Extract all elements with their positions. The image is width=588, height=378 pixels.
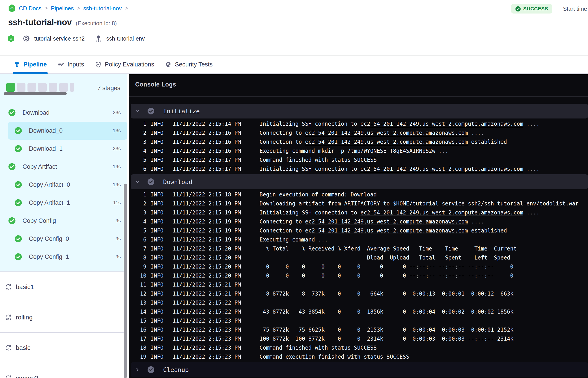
- status-badge: SUCCESS: [511, 4, 552, 14]
- log-line: 3INFO11/11/2022 2:15:19 PMInitializing S…: [129, 208, 588, 217]
- log-text: Connection to: [260, 139, 305, 145]
- log-line-number: 14: [129, 309, 147, 315]
- log-text: Connecting to: [260, 130, 305, 136]
- section-success-icon: [147, 178, 155, 186]
- log-timestamp: 11/11/2022 2:15:16 PM: [173, 148, 241, 154]
- console-body: Initialize1INFO11/11/2022 2:15:14 PMInit…: [129, 97, 588, 377]
- tab-inputs[interactable]: Inputs: [58, 56, 84, 73]
- stage-row-copy-config-0[interactable]: Copy Config_09s: [0, 230, 127, 248]
- log-text: 100 8772k 100 8772k 0 0 2314k 0 0:00:03 …: [260, 336, 513, 342]
- breadcrumb: ∞ CD Docs > Pipelines > ssh-tutorial-nov…: [8, 4, 128, 13]
- log-line: 5INFO11/11/2022 2:15:17 PMCommand finish…: [129, 155, 588, 164]
- tab-pipeline[interactable]: Pipeline: [13, 56, 47, 73]
- stage-row-download-0[interactable]: Download_013s: [8, 122, 127, 140]
- log-line-number: 1: [129, 191, 147, 198]
- log-level: INFO: [150, 157, 165, 163]
- stage-row-copy-config[interactable]: Copy Config9s: [0, 212, 127, 230]
- horizontal-scrollbar[interactable]: [4, 92, 67, 95]
- log-message: Begin execution of command: Download: [260, 191, 377, 198]
- log-message: Initializing SSH connection to ec2-54-20…: [260, 121, 540, 127]
- log-host-link[interactable]: ec2-54-201-142-249.us-west-2.compute.ama…: [305, 130, 468, 136]
- stage-row-copy-artifact-1[interactable]: Copy Artifact_111s: [0, 194, 127, 212]
- tab-security-tests-label: Security Tests: [175, 61, 213, 68]
- tab-policy-evaluations[interactable]: Policy Evaluations: [95, 56, 154, 73]
- log-section-header-download[interactable]: Download: [131, 174, 588, 189]
- log-line: 6INFO11/11/2022 2:15:17 PMInitializing S…: [129, 164, 588, 174]
- log-host-link[interactable]: ec2-54-201-142-249.us-west-2.compute.ama…: [361, 121, 523, 127]
- stage-row-download-1[interactable]: Download_123s: [0, 140, 127, 158]
- tab-security-tests[interactable]: Security Tests: [165, 56, 213, 73]
- log-message: Command finished with status SUCCESS: [260, 345, 377, 351]
- log-host-link[interactable]: ec2-54-201-142-249.us-west-2.compute.ama…: [305, 228, 468, 234]
- chevron-right-icon[interactable]: [135, 367, 140, 372]
- stage-duration: 9s: [116, 218, 121, 224]
- log-line: 8INFO11/11/2022 2:15:20 PM Dload Upload …: [129, 253, 588, 262]
- stage-duration: 19s: [113, 182, 121, 188]
- execution-row-basic1[interactable]: basic1: [0, 272, 127, 302]
- stage-name: Download_0: [29, 127, 63, 134]
- stage-duration: 13s: [113, 128, 121, 134]
- stage-progress-square: [38, 83, 47, 92]
- stage-row-copy-config-1[interactable]: Copy Config_19s: [0, 248, 127, 266]
- svg-text:∞: ∞: [10, 6, 14, 11]
- log-line: 11INFO11/11/2022 2:15:21 PM: [129, 280, 588, 289]
- log-text: Command finished with status SUCCESS: [260, 157, 377, 163]
- log-line-number: 8: [129, 255, 147, 261]
- section-success-icon: [147, 107, 155, 115]
- log-line: 4INFO11/11/2022 2:15:19 PMConnecting to …: [129, 217, 588, 226]
- breadcrumb-separator: >: [76, 5, 80, 11]
- log-line: 1INFO11/11/2022 2:15:18 PMBegin executio…: [129, 190, 588, 199]
- log-host-link[interactable]: ec2-54-201-142-249.us-west-2.compute.ama…: [305, 139, 468, 145]
- inputs-icon: [58, 61, 65, 68]
- log-text: established: [468, 228, 507, 234]
- chevron-down-icon[interactable]: [135, 108, 140, 114]
- log-text: Executing command mkdir -p /tmp/WYQNESE_…: [260, 148, 439, 154]
- log-level: INFO: [150, 291, 165, 297]
- breadcrumb-pipelines[interactable]: Pipelines: [51, 5, 74, 12]
- breadcrumb-pipeline-name[interactable]: ssh-tutorial-nov: [83, 5, 122, 12]
- log-host-link[interactable]: ec2-54-201-142-249.us-west-2.compute.ama…: [305, 218, 468, 225]
- log-level: INFO: [150, 245, 165, 252]
- log-line-number: 17: [129, 336, 147, 342]
- stage-success-icon: [14, 127, 22, 135]
- console-header: Console Logs: [129, 74, 588, 97]
- chevron-down-icon[interactable]: [135, 179, 140, 185]
- log-message: 75 8772k 75 6625k 0 0 2153k 0 0:00:04 0:…: [260, 327, 513, 333]
- log-line-number: 10: [129, 272, 147, 279]
- log-level: INFO: [150, 272, 165, 279]
- stage-name: Copy Config: [23, 217, 56, 224]
- log-section-header-cleanup[interactable]: Cleanup: [131, 362, 588, 377]
- log-line: 6INFO11/11/2022 2:15:19 PMExecuting comm…: [129, 235, 588, 244]
- stage-row-copy-artifact[interactable]: Copy Artifact19s: [0, 158, 127, 176]
- topbar-right: SUCCESS Start time: [511, 4, 588, 14]
- stage-success-icon: [8, 109, 16, 116]
- log-line: 13INFO11/11/2022 2:15:22 PM: [129, 298, 588, 307]
- breadcrumb-cd-docs[interactable]: CD Docs: [19, 5, 41, 12]
- sidebar-scrollbar-thumb[interactable]: [124, 184, 127, 378]
- log-timestamp: 11/11/2022 2:15:19 PM: [173, 218, 241, 225]
- stage-row-copy-artifact-0[interactable]: Copy Artifact_019s: [0, 176, 127, 194]
- log-line-number: 2: [129, 130, 147, 136]
- execution-row-canary2[interactable]: canary2: [0, 363, 127, 378]
- stage-progress-square: [59, 83, 68, 92]
- stage-progress-squares: [6, 83, 74, 92]
- execution-row-rolling[interactable]: rolling: [0, 302, 127, 333]
- stage-name: Copy Artifact_1: [29, 199, 70, 206]
- log-message: 100 8772k 100 8772k 0 0 2314k 0 0:00:03 …: [260, 336, 513, 342]
- log-line-number: 5: [129, 228, 147, 234]
- environment-name: ssh-tutorial-env: [106, 35, 145, 42]
- tab-pipeline-label: Pipeline: [23, 61, 47, 68]
- log-level: INFO: [150, 327, 165, 333]
- stage-row-download[interactable]: Download23s: [0, 104, 127, 122]
- log-host-link[interactable]: ec2-54-201-142-249.us-west-2.compute.ama…: [361, 210, 523, 216]
- execution-name: canary2: [16, 375, 38, 378]
- log-line: 16INFO11/11/2022 2:15:23 PM 75 8772k 75 …: [129, 325, 588, 334]
- log-host-link[interactable]: ec2-54-201-142-249.us-west-2.compute.ama…: [361, 166, 523, 172]
- log-level: INFO: [150, 218, 165, 225]
- execution-row-basic[interactable]: basic: [0, 333, 127, 363]
- log-text: Connecting to: [260, 218, 305, 225]
- log-timestamp: 11/11/2022 2:15:19 PM: [173, 228, 241, 234]
- log-section-header-initialize[interactable]: Initialize: [131, 104, 588, 119]
- log-dim-text: ....: [523, 121, 539, 127]
- log-timestamp: 11/11/2022 2:15:18 PM: [173, 191, 241, 198]
